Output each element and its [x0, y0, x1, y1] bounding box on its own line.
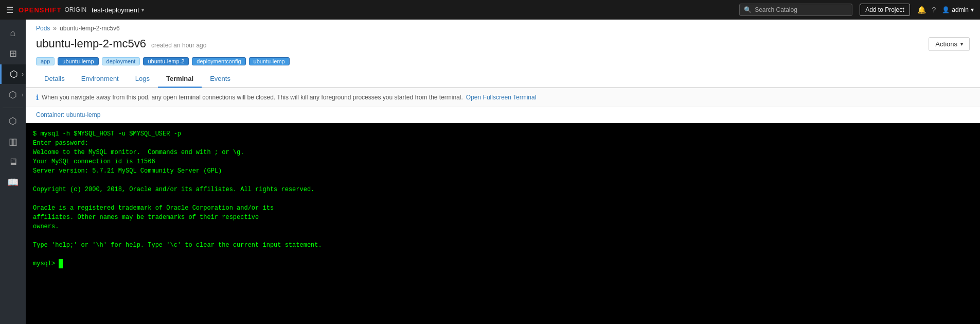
actions-caret-icon: ▾ — [960, 41, 963, 47]
home-icon: ⌂ — [10, 28, 16, 39]
help-icon[interactable]: ? — [932, 6, 936, 14]
project-selector[interactable]: test-deployment ▾ — [92, 6, 144, 14]
sidebar: ⌂ ⊞ ⬡ ⬡ ⬡ ▥ 🖥 📖 — [0, 20, 26, 324]
content-area: Pods » ubuntu-lemp-2-mc5v6 ubuntu-lemp-2… — [26, 20, 980, 324]
overview-icon: ⊞ — [9, 48, 17, 59]
apps-icon: ⬡ — [10, 69, 18, 80]
user-icon: 👤 — [942, 6, 950, 13]
breadcrumb-separator: » — [53, 25, 57, 32]
container-label: Container: ubuntu-lemp — [26, 107, 980, 123]
sidebar-item-overview[interactable]: ⊞ — [0, 44, 26, 63]
nav-icons: 🔔 ? 👤 admin ▾ — [917, 6, 974, 14]
monitoring-icon: 🖥 — [8, 157, 17, 167]
container-name: ubuntu-lemp — [66, 111, 101, 118]
nav-right: 🔍 Search Catalog Add to Project 🔔 ? 👤 ad… — [739, 4, 974, 16]
project-chevron-icon: ▾ — [141, 7, 144, 13]
page-subtitle: created an hour ago — [151, 42, 206, 49]
breadcrumb: Pods » ubuntu-lemp-2-mc5v6 — [26, 20, 980, 34]
sidebar-item-home[interactable]: ⌂ — [0, 24, 26, 43]
sidebar-item-builds[interactable]: ⬡ — [0, 85, 26, 105]
nav-left: ☰ OPENSHIFT ORIGIN test-deployment ▾ — [6, 5, 144, 15]
page-title: ubuntu-lemp-2-mc5v6 — [36, 37, 146, 50]
tag-app: app — [36, 57, 55, 65]
tab-events[interactable]: Events — [202, 71, 239, 88]
tag-deployment: deployment — [102, 57, 140, 65]
bell-icon[interactable]: 🔔 — [917, 6, 926, 14]
breadcrumb-current: ubuntu-lemp-2-mc5v6 — [60, 25, 120, 32]
origin-label: ORIGIN — [64, 6, 86, 13]
title-area: ubuntu-lemp-2-mc5v6 created an hour ago — [36, 37, 206, 50]
tag-deploymentconfig: deploymentconfig — [192, 57, 245, 65]
sidebar-item-resources[interactable]: ⬡ — [0, 111, 26, 131]
sidebar-divider — [3, 108, 23, 108]
user-name: admin — [952, 6, 969, 13]
info-bar: ℹ When you navigate away from this pod, … — [26, 88, 980, 107]
top-navbar: ☰ OPENSHIFT ORIGIN test-deployment ▾ 🔍 S… — [0, 0, 980, 20]
fullscreen-terminal-link[interactable]: Open Fullscreen Terminal — [466, 94, 537, 101]
builds-icon: ⬡ — [9, 89, 17, 100]
tag-ubuntu-lemp: ubuntu-lemp — [58, 57, 98, 65]
hamburger-icon[interactable]: ☰ — [6, 5, 13, 15]
terminal-area[interactable]: $ mysql -h $MYSQL_HOST -u $MYSQL_USER -p… — [26, 123, 980, 324]
add-to-project-button[interactable]: Add to Project — [860, 4, 910, 16]
sidebar-item-monitoring[interactable]: 🖥 — [0, 152, 26, 172]
storage-icon: ▥ — [9, 136, 17, 147]
tag-ubuntu-lemp-2: ubuntu-lemp-2 — [143, 57, 189, 65]
page-header: ubuntu-lemp-2-mc5v6 created an hour ago … — [26, 34, 980, 56]
search-placeholder: Search Catalog — [755, 6, 797, 13]
breadcrumb-parent[interactable]: Pods — [36, 25, 50, 32]
tag-ubuntu-lemp-2nd: ubuntu-lemp — [249, 57, 290, 65]
info-icon: ℹ — [36, 93, 39, 101]
project-name: test-deployment — [92, 6, 139, 14]
user-chevron-icon: ▾ — [971, 6, 974, 13]
main-layout: ⌂ ⊞ ⬡ ⬡ ⬡ ▥ 🖥 📖 Pods » ubuntu-lemp-2- — [0, 20, 980, 324]
tab-logs[interactable]: Logs — [127, 71, 158, 88]
sidebar-item-apps[interactable]: ⬡ — [0, 64, 26, 84]
search-icon: 🔍 — [744, 6, 752, 13]
catalog-icon: 📖 — [7, 177, 19, 188]
actions-label: Actions — [935, 40, 957, 48]
user-menu[interactable]: 👤 admin ▾ — [942, 6, 974, 13]
actions-button[interactable]: Actions ▾ — [929, 37, 970, 51]
sidebar-item-catalog[interactable]: 📖 — [0, 173, 26, 192]
page-title-area: ubuntu-lemp-2-mc5v6 created an hour ago — [36, 37, 206, 50]
container-prefix: Container: — [36, 111, 64, 118]
logo-area: OPENSHIFT ORIGIN — [19, 6, 86, 14]
tab-details[interactable]: Details — [36, 71, 73, 88]
search-catalog-input[interactable]: 🔍 Search Catalog — [739, 4, 852, 16]
tab-terminal[interactable]: Terminal — [158, 71, 202, 88]
tabs-row: Details Environment Logs Terminal Events — [26, 71, 980, 88]
tags-row: app ubuntu-lemp deployment ubuntu-lemp-2… — [26, 56, 980, 71]
resources-icon: ⬡ — [9, 115, 17, 127]
tab-environment[interactable]: Environment — [73, 71, 127, 88]
info-message: When you navigate away from this pod, an… — [42, 94, 463, 101]
openshift-logo: OPENSHIFT — [19, 6, 61, 14]
sidebar-item-storage[interactable]: ▥ — [0, 132, 26, 151]
